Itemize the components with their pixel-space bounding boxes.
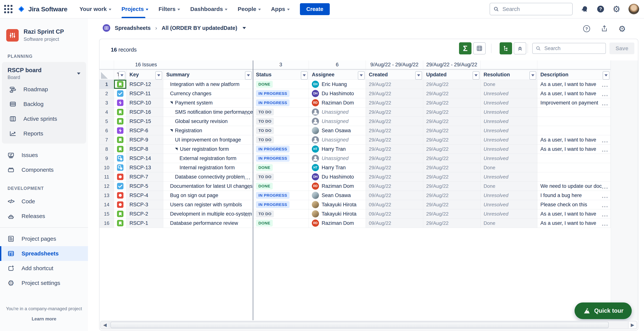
global-search[interactable] [490,3,573,15]
view-settings-gear-icon[interactable]: ⚙ [618,25,626,33]
status-cell[interactable]: DONE [253,219,309,228]
sum-formula-button[interactable]: Σ [459,42,472,54]
created-cell[interactable]: 29/Aug/22 [366,89,423,98]
column-header-key[interactable]: Key [126,70,163,80]
status-cell[interactable]: TO DO [253,135,309,145]
resolution-cell[interactable]: Done [480,80,537,89]
resolution-cell[interactable]: Unresolved [480,89,537,98]
updated-cell[interactable]: 29/Aug/22 [423,135,480,145]
created-cell[interactable]: 29/Aug/22 [366,108,423,117]
issue-type-cell[interactable] [114,219,126,228]
status-cell[interactable]: DONE [253,163,309,172]
column-header-assignee[interactable]: Assignee [309,70,366,80]
status-cell[interactable]: IN PROGRESS [253,145,309,154]
collapse-expander-icon[interactable] [170,129,173,132]
updated-cell[interactable]: 29/Aug/22 [423,108,480,117]
column-header-description[interactable]: Description [537,70,610,80]
row-number[interactable]: 2 [100,89,114,98]
row-number[interactable]: 9 [100,154,114,163]
issue-type-cell[interactable] [114,98,126,108]
column-header-status[interactable]: Status [253,70,309,80]
summary-cell[interactable]: Documentation for latest UI changes••• [163,182,253,191]
assignee-cell[interactable]: Sean Osawa [309,191,366,200]
row-number[interactable]: 12 [100,182,114,191]
created-cell[interactable]: 29/Aug/22 [366,145,423,154]
created-cell[interactable]: 29/Aug/22 [366,135,423,145]
nav-dashboards[interactable]: Dashboards [190,0,228,18]
sidebar-item-releases[interactable]: Releases [0,209,88,223]
sidebar-item-backlog[interactable]: Backlog [2,97,86,112]
description-cell[interactable] [537,117,610,126]
help-icon[interactable]: ? [597,5,604,13]
resolution-cell[interactable]: Unresolved [480,191,537,200]
issue-type-cell[interactable] [114,135,126,145]
assignee-cell[interactable]: Unassigned [309,154,366,163]
created-cell[interactable]: 09/Aug/22 [366,191,423,200]
issue-type-cell[interactable] [114,154,126,163]
jira-logo[interactable]: Jira Software [17,5,68,14]
collapse-expander-icon[interactable] [175,148,178,150]
filter-summary-button[interactable] [245,71,252,80]
issue-key-cell[interactable]: RSCP-12 [126,80,163,89]
save-button[interactable]: Save [610,43,634,54]
description-cell[interactable]: Please check on this••• [537,200,610,209]
column-header-resolution[interactable]: Resolution [480,70,537,80]
description-cell[interactable] [537,163,610,172]
created-cell[interactable]: 09/Aug/22 [366,200,423,209]
description-cell[interactable]: I found a bug here••• [537,191,610,200]
sidebar-item-reports[interactable]: Reports [2,126,86,141]
description-cell[interactable]: As a user, I want to have••• [537,209,610,219]
resolution-cell[interactable]: Done [480,182,537,191]
row-number[interactable]: 3 [100,98,114,108]
nav-your-work[interactable]: Your work [80,0,111,18]
created-cell[interactable]: 09/Aug/22 [366,219,423,228]
row-number[interactable]: 10 [100,163,114,172]
column-header-created[interactable]: Created [366,70,423,80]
issue-key-cell[interactable]: RSCP-2 [126,209,163,219]
issue-type-cell[interactable] [114,200,126,209]
filter-description-button[interactable] [603,71,610,80]
issue-type-cell[interactable] [114,126,126,135]
row-number[interactable]: 4 [100,108,114,117]
description-cell[interactable]: As a user, I want to have••• [537,145,610,154]
scroll-right-arrow[interactable]: ▶ [628,321,636,328]
summary-cell[interactable]: Database performance review [163,219,253,228]
row-number[interactable]: 14 [100,200,114,209]
status-cell[interactable]: TO DO [253,126,309,135]
updated-cell[interactable]: 29/Aug/22 [423,80,480,89]
issue-type-cell[interactable] [114,172,126,182]
status-cell[interactable]: IN PROGRESS [253,191,309,200]
row-number[interactable]: 1 [100,80,114,89]
issue-type-cell[interactable] [114,209,126,219]
horizontal-scrollbar[interactable]: ◀ ▶ [100,321,637,329]
resolution-cell[interactable]: Unresolved [480,172,537,182]
resolution-cell[interactable]: Done [480,163,537,172]
assignee-cell[interactable]: Takayuki Hirota [309,200,366,209]
board-switcher[interactable]: RSCP board Board [2,67,86,82]
assignee-cell[interactable]: DHDu Hashimoto [309,89,366,98]
scroll-left-arrow[interactable]: ◀ [101,321,109,328]
row-number[interactable]: 5 [100,117,114,126]
updated-cell[interactable]: 29/Aug/22 [423,209,480,219]
summary-cell[interactable]: Bug on sign out page [163,191,253,200]
quick-tour-button[interactable]: Quick tour [574,302,632,319]
status-cell[interactable]: TO DO [253,117,309,126]
assignee-cell[interactable]: Unassigned [309,117,366,126]
status-cell[interactable]: IN PROGRESS [253,89,309,98]
description-cell[interactable] [537,154,610,163]
status-cell[interactable]: TO DO [253,172,309,182]
nav-filters[interactable]: Filters [158,0,180,18]
status-cell[interactable]: TO DO [253,108,309,117]
description-cell[interactable] [537,126,610,135]
updated-cell[interactable]: 29/Aug/22 [423,145,480,154]
description-cell[interactable]: As a user, I want to have••• [537,219,610,228]
collapse-all-button[interactable] [514,42,526,54]
resolution-cell[interactable]: Unresolved [480,209,537,219]
row-number[interactable]: 16 [100,219,114,228]
issue-key-cell[interactable]: RSCP-4 [126,191,163,200]
collapse-expander-icon[interactable] [170,102,173,104]
column-header-summary[interactable]: Summary [163,70,253,80]
issue-type-cell[interactable] [114,191,126,200]
issue-key-cell[interactable]: RSCP-15 [126,117,163,126]
sidebar-item-components[interactable]: Components [0,162,88,177]
